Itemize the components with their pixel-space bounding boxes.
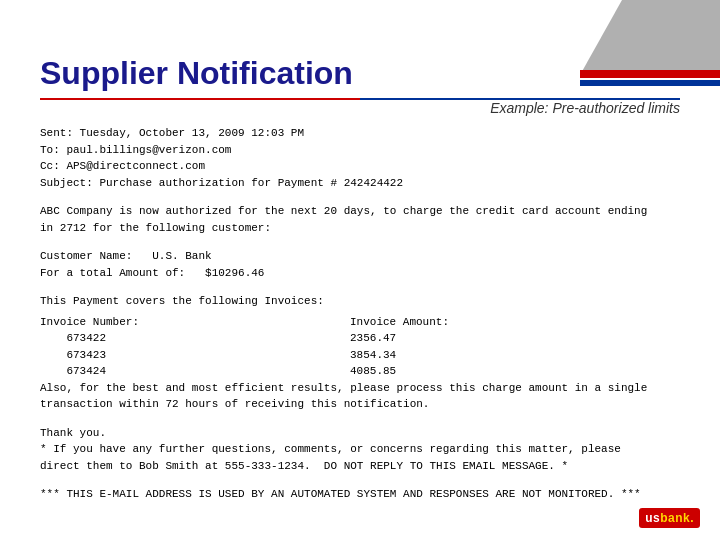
- email-headers: Sent: Tuesday, October 13, 2009 12:03 PM…: [40, 125, 680, 191]
- customer-name-label: Customer Name:: [40, 250, 132, 262]
- usbank-logo-box: usbank.: [639, 508, 700, 528]
- disclaimer-section: *** THIS E-MAIL ADDRESS IS USED BY AN AU…: [40, 486, 680, 503]
- invoice-intro: This Payment covers the following Invoic…: [40, 293, 680, 310]
- invoice-number-1: 673422: [40, 330, 350, 347]
- invoice-amount-2: 3854.34: [350, 347, 680, 364]
- disclaimer-text: *** THIS E-MAIL ADDRESS IS USED BY AN AU…: [40, 486, 680, 503]
- questions-text: * If you have any further questions, com…: [40, 441, 680, 474]
- deco-gray-shape: [580, 0, 720, 75]
- subtitle: Example: Pre-authorized limits: [490, 100, 680, 116]
- invoice-section: This Payment covers the following Invoic…: [40, 293, 680, 413]
- invoice-number-2: 673423: [40, 347, 350, 364]
- top-decoration: [560, 0, 720, 90]
- invoice-header-row: Invoice Number: Invoice Amount:: [40, 314, 680, 331]
- logo-us: us: [645, 511, 660, 525]
- deco-red-stripe: [580, 70, 720, 78]
- logo-bank: bank.: [660, 511, 694, 525]
- invoice-amount-3: 4085.85: [350, 363, 680, 380]
- cc-line: Cc: APS@directconnect.com: [40, 158, 680, 175]
- auth-body: ABC Company is now authorized for the ne…: [40, 203, 680, 236]
- customer-name-line: Customer Name: U.S. Bank: [40, 248, 680, 265]
- usbank-logo: usbank.: [639, 508, 700, 528]
- auth-text: ABC Company is now authorized for the ne…: [40, 203, 680, 236]
- invoice-amount-header: Invoice Amount:: [350, 314, 680, 331]
- invoice-amount-1: 2356.47: [350, 330, 680, 347]
- customer-name-value: U.S. Bank: [152, 250, 211, 262]
- to-line: To: paul.billings@verizon.com: [40, 142, 680, 159]
- invoice-row-3: 673424 4085.85: [40, 363, 680, 380]
- amount-value: $10296.46: [205, 267, 264, 279]
- invoice-row-1: 673422 2356.47: [40, 330, 680, 347]
- process-note: Also, for the best and most efficient re…: [40, 380, 680, 413]
- thank-you: Thank you.: [40, 425, 680, 442]
- invoice-number-3: 673424: [40, 363, 350, 380]
- sent-line: Sent: Tuesday, October 13, 2009 12:03 PM: [40, 125, 680, 142]
- page-title: Supplier Notification: [40, 55, 353, 92]
- invoice-table: Invoice Number: Invoice Amount: 673422 2…: [40, 314, 680, 380]
- email-content: Sent: Tuesday, October 13, 2009 12:03 PM…: [40, 125, 680, 515]
- amount-line: For a total Amount of: $10296.46: [40, 265, 680, 282]
- amount-label: For a total Amount of:: [40, 267, 185, 279]
- invoice-number-header: Invoice Number:: [40, 314, 350, 331]
- customer-info: Customer Name: U.S. Bank For a total Amo…: [40, 248, 680, 281]
- subject-line: Subject: Purchase authorization for Paym…: [40, 175, 680, 192]
- deco-blue-stripe: [580, 80, 720, 86]
- invoice-row-2: 673423 3854.34: [40, 347, 680, 364]
- closing-section: Thank you. * If you have any further que…: [40, 425, 680, 475]
